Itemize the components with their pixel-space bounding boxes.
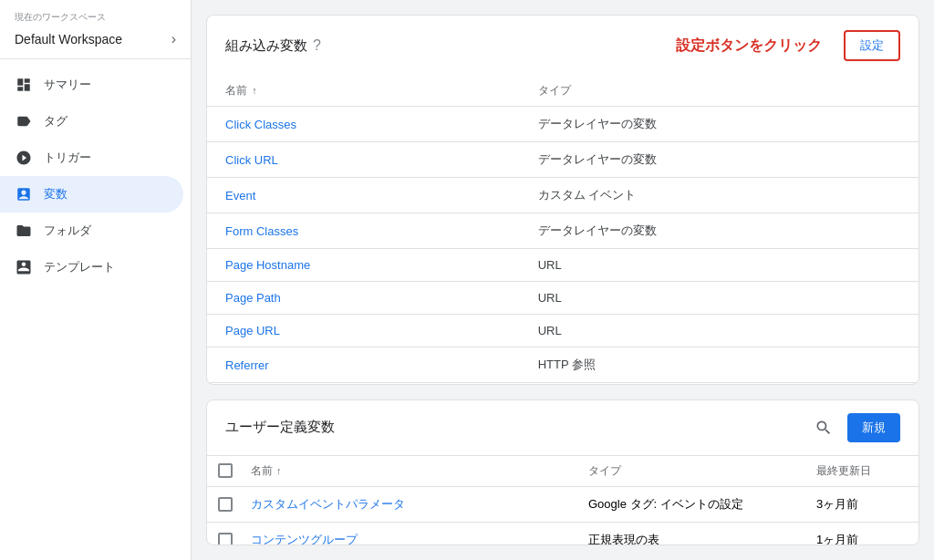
user-variable-name[interactable]: カスタムイベントパラメータ — [244, 487, 581, 522]
builtin-name-column-header: 名前 ↑ — [207, 76, 520, 107]
settings-button[interactable]: 設定 — [844, 30, 900, 61]
trigger-icon — [15, 149, 33, 167]
chevron-right-icon: › — [171, 31, 176, 47]
sort-arrow-icon: ↑ — [252, 85, 257, 96]
main-content: 組み込み変数 ? 設定ボタンをクリック 設定 名前 ↑ タイプ — [192, 0, 934, 560]
builtin-variable-type: データレイヤーの変数 — [520, 107, 918, 142]
row-checkbox-col — [207, 487, 244, 522]
builtin-variable-name[interactable]: Event — [207, 178, 520, 213]
user-variables-header: ユーザー定義変数 新規 — [207, 400, 918, 456]
workspace-name-text: Default Workspace — [15, 32, 122, 47]
table-row: Click URL データレイヤーの変数 — [207, 142, 918, 178]
table-row: Referrer HTTP 参照 — [207, 347, 918, 383]
sidebar-item-tags-label: タグ — [44, 113, 67, 130]
list-item: カスタムイベントパラメータ Google タグ: イベントの設定 3ヶ月前 — [207, 487, 918, 523]
folder-icon — [15, 222, 33, 240]
builtin-variables-title-container: 組み込み変数 ? — [225, 37, 321, 55]
builtin-variables-title: 組み込み変数 — [225, 37, 307, 55]
tag-icon — [15, 112, 33, 130]
table-row: Video Title データレイヤーの変数 — [207, 383, 918, 385]
help-icon[interactable]: ? — [313, 37, 321, 54]
sidebar-item-folders-label: フォルダ — [44, 223, 91, 239]
user-variables-card: ユーザー定義変数 新規 名前 ↑ タイプ 最終更新日 — [206, 399, 919, 545]
builtin-variable-name[interactable]: Click Classes — [207, 107, 520, 142]
sidebar-item-variables-label: 変数 — [44, 186, 67, 202]
sidebar: 現在のワークスペース Default Workspace › サマリー タグ ト… — [0, 0, 192, 560]
user-variable-type: 正規表現の表 — [581, 523, 809, 545]
builtin-variable-type: データレイヤーの変数 — [520, 383, 918, 385]
checkbox-header-col — [207, 463, 244, 479]
table-row: Click Classes データレイヤーの変数 — [207, 107, 918, 142]
builtin-variable-name[interactable]: Click URL — [207, 142, 520, 178]
sidebar-item-summary-label: サマリー — [44, 77, 91, 93]
builtin-variable-name[interactable]: Referrer — [207, 347, 520, 383]
table-row: Page URL URL — [207, 315, 918, 347]
user-variable-updated: 3ヶ月前 — [809, 487, 918, 522]
select-all-checkbox[interactable] — [218, 463, 233, 478]
builtin-variable-type: HTTP 参照 — [520, 347, 918, 383]
builtin-variable-name[interactable]: Form Classes — [207, 213, 520, 249]
builtin-variable-type: URL — [520, 249, 918, 282]
builtin-type-column-header: タイプ — [520, 76, 918, 107]
user-variable-updated: 1ヶ月前 — [809, 523, 918, 545]
table-row: Page Hostname URL — [207, 249, 918, 282]
builtin-variables-card: 組み込み変数 ? 設定ボタンをクリック 設定 名前 ↑ タイプ — [206, 15, 919, 385]
builtin-variable-type: カスタム イベント — [520, 178, 918, 213]
sidebar-item-triggers-label: トリガー — [44, 150, 91, 166]
nav-items: サマリー タグ トリガー 変数 フォルダ — [0, 59, 191, 293]
builtin-variable-name[interactable]: Page URL — [207, 315, 520, 347]
workspace-selector[interactable]: Default Workspace › — [15, 27, 176, 51]
builtin-variable-type: URL — [520, 282, 918, 315]
user-updated-column-header: 最終更新日 — [809, 463, 918, 479]
builtin-variable-name[interactable]: Video Title — [207, 383, 520, 385]
builtin-variable-type: データレイヤーの変数 — [520, 142, 918, 178]
new-variable-button[interactable]: 新規 — [847, 413, 900, 442]
workspace-label: 現在のワークスペース — [15, 11, 176, 24]
search-button[interactable] — [811, 415, 836, 441]
sidebar-item-folders[interactable]: フォルダ — [0, 213, 183, 249]
table-row: Event カスタム イベント — [207, 178, 918, 213]
user-variable-name[interactable]: コンテンツグループ — [244, 523, 581, 545]
builtin-variable-name[interactable]: Page Hostname — [207, 249, 520, 282]
row-checkbox[interactable] — [218, 533, 233, 545]
user-table-header: 名前 ↑ タイプ 最終更新日 — [207, 456, 918, 487]
summary-icon — [15, 76, 33, 94]
user-variable-type: Google タグ: イベントの設定 — [581, 487, 809, 522]
user-sort-arrow-icon: ↑ — [276, 465, 282, 476]
builtin-variable-type: データレイヤーの変数 — [520, 213, 918, 249]
settings-instruction: 設定ボタンをクリック — [676, 36, 822, 56]
table-row: Page Path URL — [207, 282, 918, 315]
sidebar-item-tags[interactable]: タグ — [0, 103, 183, 140]
user-type-column-header: タイプ — [581, 463, 809, 479]
workspace-section: 現在のワークスペース Default Workspace › — [0, 0, 191, 59]
user-variables-title: ユーザー定義変数 — [225, 419, 335, 436]
sidebar-item-templates[interactable]: テンプレート — [0, 249, 183, 285]
builtin-variable-name[interactable]: Page Path — [207, 282, 520, 315]
sidebar-item-summary[interactable]: サマリー — [0, 67, 183, 103]
builtin-variables-table: 名前 ↑ タイプ Click Classes データレイヤーの変数 Click … — [207, 76, 918, 385]
sidebar-item-variables[interactable]: 変数 — [0, 176, 183, 213]
row-checkbox-col — [207, 523, 244, 545]
builtin-variable-type: URL — [520, 315, 918, 347]
table-row: Form Classes データレイヤーの変数 — [207, 213, 918, 249]
builtin-variables-header: 組み込み変数 ? 設定ボタンをクリック 設定 — [207, 16, 918, 76]
sidebar-item-triggers[interactable]: トリガー — [0, 140, 183, 176]
row-checkbox[interactable] — [218, 497, 233, 512]
user-variables-list: カスタムイベントパラメータ Google タグ: イベントの設定 3ヶ月前 コン… — [207, 487, 918, 545]
template-icon — [15, 258, 33, 276]
sidebar-item-templates-label: テンプレート — [44, 259, 115, 275]
user-name-column-header: 名前 ↑ — [244, 463, 581, 479]
list-item: コンテンツグループ 正規表現の表 1ヶ月前 — [207, 523, 918, 545]
variable-icon — [15, 185, 33, 203]
section-actions: 新規 — [811, 413, 900, 442]
